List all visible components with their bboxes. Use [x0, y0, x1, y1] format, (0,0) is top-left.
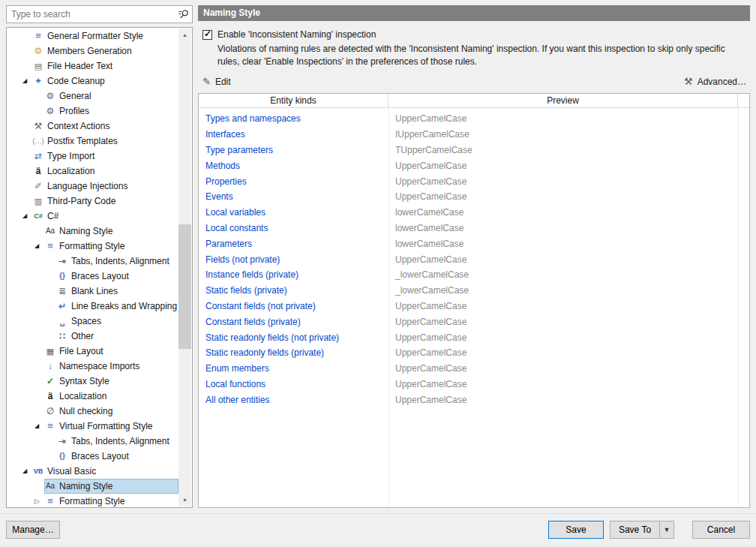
table-row: Local functionsUpperCamelCase	[199, 377, 749, 392]
expand-arrow-icon[interactable]: ◢	[20, 209, 32, 224]
context-actions-icon: ⚒	[32, 119, 44, 134]
tree-item-syntax-style[interactable]: ✓Syntax Style	[7, 374, 178, 389]
entity-kind-link[interactable]: Events	[199, 191, 388, 202]
entity-kind-link[interactable]: Constant fields (not private)	[199, 301, 388, 311]
entity-kind-link[interactable]: Enum members	[199, 363, 388, 374]
tree-item-formatting-style[interactable]: ◢≡Formatting Style	[7, 239, 178, 254]
entity-kind-link[interactable]: Methods	[199, 161, 388, 171]
tree-item-general[interactable]: ⚙General	[7, 89, 178, 104]
language-injections-icon: ✐	[32, 179, 44, 194]
manage-button[interactable]: Manage…	[6, 521, 60, 539]
save-button[interactable]: Save	[548, 521, 604, 539]
entity-kind-link[interactable]: Static readonly fields (private)	[199, 347, 388, 358]
tree-item-file-header-text[interactable]: ▤File Header Text	[7, 59, 178, 74]
enable-inspection-row: Enable 'Inconsistent Naming' inspection	[202, 29, 376, 41]
tree-item-blank-lines[interactable]: ≣Blank Lines	[7, 284, 178, 299]
tree-item-localization[interactable]: äLocalization	[7, 389, 178, 404]
line-breaks-icon: ↵	[56, 299, 68, 314]
tree-item-profiles[interactable]: ⚙Profiles	[7, 104, 178, 119]
expand-arrow-icon[interactable]: ◢	[20, 464, 32, 479]
tree-item-visual-basic[interactable]: ◢VBVisual Basic	[7, 464, 178, 479]
entity-kind-link[interactable]: Constant fields (private)	[199, 317, 388, 327]
tree-item-other[interactable]: ∷Other	[7, 329, 178, 344]
table-row: Static readonly fields (private)UpperCam…	[199, 345, 749, 361]
tree-item-tabs-indents-alignment[interactable]: ⇥Tabs, Indents, Alignment	[7, 434, 178, 449]
entity-kind-link[interactable]: Parameters	[199, 239, 388, 249]
tree-item-c[interactable]: ◢C#C#	[7, 209, 178, 224]
entity-kind-link[interactable]: Type parameters	[199, 145, 388, 155]
tree-item-content: ⚒Context Actions	[32, 119, 178, 134]
third-party-code-icon: ▥	[32, 194, 44, 209]
preview-value: UpperCamelCase	[388, 379, 738, 389]
cancel-button[interactable]: Cancel	[692, 521, 750, 539]
entity-kind-link[interactable]: Interfaces	[199, 129, 388, 140]
tree-item-virtual-formatting-style[interactable]: ◢≡Virtual Formatting Style	[7, 419, 178, 434]
entity-kind-link[interactable]: Local variables	[199, 207, 388, 218]
tree-item-naming-style[interactable]: AaNaming Style	[7, 224, 178, 239]
save-to-button[interactable]: Save To ▼	[610, 521, 674, 539]
entity-kind-link[interactable]: Instance fields (private)	[199, 269, 388, 280]
tree-item-tabs-indents-alignment[interactable]: ⇥Tabs, Indents, Alignment	[7, 254, 178, 269]
tree-item-spaces[interactable]: ␣Spaces	[7, 314, 178, 329]
tree-item-code-cleanup[interactable]: ◢✦Code Cleanup	[7, 74, 178, 89]
tree-item-naming-style[interactable]: AaNaming Style	[7, 479, 178, 494]
entity-kind-link[interactable]: Fields (not private)	[199, 254, 388, 265]
advanced-button[interactable]: ⚒ Advanced…	[684, 75, 746, 89]
pencil-icon: ✎	[202, 76, 211, 88]
tabs-indents-icon: ⇥	[56, 434, 68, 449]
entity-kind-link[interactable]: Types and namespaces	[199, 113, 388, 124]
expand-arrow-icon[interactable]: ◢	[32, 239, 44, 254]
scroll-up-icon[interactable]: ▲	[178, 29, 191, 41]
search-input[interactable]	[7, 6, 176, 23]
tree-item-namespace-imports[interactable]: ↓Namespace Imports	[7, 359, 178, 374]
type-import-icon: ⇄	[32, 149, 44, 164]
edit-button[interactable]: ✎ Edit	[202, 75, 231, 89]
search-icon	[178, 8, 190, 20]
entity-kind-link[interactable]: Static fields (private)	[199, 285, 388, 296]
tree-item-braces-layout[interactable]: {}Braces Layout	[7, 269, 178, 284]
expand-arrow-icon[interactable]: ▷	[32, 494, 44, 508]
tree-item-language-injections[interactable]: ✐Language Injections	[7, 179, 178, 194]
enable-inspection-checkbox[interactable]	[202, 30, 212, 40]
tree-item-content: {}Braces Layout	[56, 449, 178, 464]
preview-value: IUpperCamelCase	[388, 129, 738, 140]
entity-kind-link[interactable]: Properties	[199, 176, 388, 187]
scrollbar-thumb[interactable]	[178, 224, 191, 349]
table-body: Types and namespacesUpperCamelCaseInterf…	[199, 109, 749, 507]
expand-arrow-icon[interactable]: ◢	[32, 419, 44, 434]
preview-value: _lowerCamelCase	[388, 269, 738, 280]
enable-inspection-label: Enable 'Inconsistent Naming' inspection	[218, 29, 376, 40]
entity-kind-link[interactable]: Static readonly fields (not private)	[199, 332, 388, 343]
tree-item-postfix-templates[interactable]: (…)Postfix Templates	[7, 134, 178, 149]
entity-kind-link[interactable]: All other entities	[199, 395, 388, 405]
tree-item-content: (…)Postfix Templates	[32, 134, 178, 149]
tree-item-label: Tabs, Indents, Alignment	[70, 256, 172, 266]
column-header-entity-kinds[interactable]: Entity kinds	[199, 94, 388, 107]
tree-scrollbar[interactable]: ▲ ▼	[178, 29, 191, 506]
tree-item-file-layout[interactable]: ▦File Layout	[7, 344, 178, 359]
tree-item-formatting-style[interactable]: ▷≡Formatting Style	[7, 494, 178, 508]
tree-item-type-import[interactable]: ⇄Type Import	[7, 149, 178, 164]
tree-item-content: ▥Third-Party Code	[32, 194, 178, 209]
tree-item-null-checking[interactable]: ∅Null checking	[7, 404, 178, 419]
tree-item-label: Virtual Formatting Style	[58, 421, 156, 431]
tree-item-context-actions[interactable]: ⚒Context Actions	[7, 119, 178, 134]
tree-item-braces-layout[interactable]: {}Braces Layout	[7, 449, 178, 464]
tree-item-members-generation[interactable]: ⚙Members Generation	[7, 44, 178, 59]
column-header-preview[interactable]: Preview	[388, 94, 738, 107]
preview-value: UpperCamelCase	[388, 191, 738, 202]
tree-item-general-formatter-style[interactable]: ≡General Formatter Style	[7, 29, 178, 44]
vb-icon: VB	[32, 464, 44, 479]
chevron-down-icon[interactable]: ▼	[659, 521, 674, 538]
namespace-imports-icon: ↓	[44, 359, 56, 374]
tree-item-content: ≡Virtual Formatting Style	[44, 419, 178, 434]
entity-kind-link[interactable]: Local functions	[199, 379, 388, 389]
scroll-down-icon[interactable]: ▼	[178, 494, 191, 506]
preview-value: UpperCamelCase	[388, 161, 738, 171]
tree-item-third-party-code[interactable]: ▥Third-Party Code	[7, 194, 178, 209]
expand-arrow-icon[interactable]: ◢	[20, 74, 32, 89]
tree-item-localization[interactable]: äLocalization	[7, 164, 178, 179]
tree-item-content: äLocalization	[32, 164, 178, 179]
tree-item-line-breaks-and-wrapping[interactable]: ↵Line Breaks and Wrapping	[7, 299, 178, 314]
entity-kind-link[interactable]: Local constants	[199, 223, 388, 233]
